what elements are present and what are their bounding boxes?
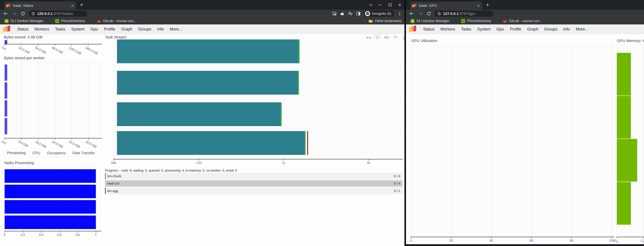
url-bar[interactable]: 120.0.0.1:8787/status — [28, 11, 87, 16]
nav-workers[interactable]: Workers — [438, 27, 458, 31]
bookmark-gitlab[interactable]: GitLab - course-con... — [97, 19, 136, 23]
nvidia-icon — [4, 19, 9, 23]
incognito-icon — [365, 11, 370, 16]
reset-tool-button[interactable] — [402, 35, 404, 41]
tab-close-icon[interactable]: × — [477, 3, 480, 8]
back-icon — [3, 11, 8, 16]
nav-more[interactable]: More... — [573, 27, 591, 31]
site-info-icon — [437, 11, 441, 16]
picture-in-picture-icon[interactable] — [332, 11, 337, 16]
tab-occupancy[interactable]: Occupancy — [44, 149, 69, 157]
bookmark-dli-devbox[interactable]: DLI Devbox Manager — [4, 19, 44, 23]
nvidia-icon — [410, 19, 415, 23]
reading-list-icon[interactable] — [348, 11, 353, 16]
tasks-processing-chart[interactable]: 00.20.40.60.81 — [4, 167, 100, 231]
tab-cpu[interactable]: CPU — [29, 149, 44, 157]
gridline — [22, 61, 22, 138]
axis-tick — [38, 44, 38, 46]
axis-tick — [451, 237, 452, 239]
nav-tasks[interactable]: Tasks — [458, 27, 474, 31]
nav-system[interactable]: System — [474, 27, 494, 31]
axis-tick — [114, 159, 114, 161]
window-close-button[interactable]: × — [398, 2, 401, 7]
window-menu-icon[interactable] — [369, 3, 372, 6]
nav-gpu[interactable]: Gpu — [88, 27, 101, 31]
nav-graph[interactable]: Graph — [118, 27, 135, 31]
axis-tick-label: 2s — [367, 161, 370, 165]
gpu-utilization-title: GPU Utilization — [411, 39, 437, 43]
gridline — [96, 167, 96, 231]
axis-tick — [22, 44, 22, 46]
axis-tick-label: 0.4 — [39, 233, 43, 237]
gridline — [72, 61, 72, 138]
browser-menu-icon[interactable] — [398, 11, 402, 16]
status-subtabs: Processing CPU Occupancy Data Transfer — [4, 149, 102, 157]
gridline — [612, 44, 612, 237]
axis-tick-label: 32.0 GiB — [68, 140, 80, 149]
reload-button[interactable] — [20, 11, 26, 16]
axis-tick-label: 0.6 — [57, 233, 62, 237]
other-bookmarks[interactable]: Other bookmarks — [365, 19, 402, 23]
forward-button[interactable] — [12, 11, 17, 16]
axis-tick — [60, 231, 60, 233]
axis-tick-label: 0.0 — [1, 140, 7, 145]
url-bar[interactable]: 127.0.0.1:8787/gpu — [434, 11, 493, 16]
nav-groups[interactable]: Groups — [541, 27, 560, 31]
x-axis — [4, 138, 102, 138]
forward-button[interactable] — [418, 11, 423, 16]
bookmark-dli-devbox[interactable]: DLI Devbox Manager — [410, 19, 450, 23]
minimize-button[interactable] — [379, 5, 382, 5]
phonedirectory-icon — [461, 19, 465, 23]
browser-tab-status[interactable]: Dask: Status × — [4, 1, 76, 10]
maximize-button[interactable] — [389, 3, 392, 6]
bytes-per-worker-chart[interactable]: 0.08.0 GiB16.0 GiB24.0 GiB32.0 GiB40.0 G… — [4, 61, 101, 138]
back-button[interactable] — [3, 11, 8, 16]
bar — [5, 169, 96, 183]
nav-system[interactable]: System — [68, 27, 88, 31]
bookmark-phonedirectory[interactable]: PhoneDirectory — [55, 19, 85, 23]
task-stream-chart[interactable]: 59s1:011s2s — [113, 39, 402, 159]
nav-groups[interactable]: Groups — [135, 27, 154, 31]
new-tab-button[interactable]: + — [80, 2, 83, 8]
axis-tick — [369, 159, 369, 161]
side-panel-icon[interactable] — [356, 11, 361, 16]
progress-label: len-chunk — [107, 174, 121, 178]
axis-tick — [23, 231, 23, 233]
nav-tasks[interactable]: Tasks — [52, 27, 68, 31]
nav-info[interactable]: Info — [560, 27, 573, 31]
new-tab-button[interactable]: + — [486, 2, 489, 8]
window-bottom-edge — [406, 244, 644, 246]
gpu-utilization-chart[interactable]: 020406080100 — [411, 44, 613, 237]
nav-profile[interactable]: Profile — [507, 27, 524, 31]
back-button[interactable] — [409, 11, 414, 16]
bar — [5, 82, 7, 99]
bar — [5, 100, 7, 117]
bar — [617, 139, 637, 182]
browser-tab-gpu[interactable]: Dask: GPU × — [410, 1, 482, 10]
bytes-stored-chart[interactable]: 0.032.0 GiB64.0 GiB96.0 GiB128.0 GiB160.… — [4, 40, 101, 44]
task-bar-cap — [298, 39, 300, 63]
bookmark-gitlab[interactable]: GitLab - course-con... — [503, 19, 542, 23]
nav-graph[interactable]: Graph — [524, 27, 541, 31]
bookmark-phonedirectory[interactable]: PhoneDirectory — [461, 19, 491, 23]
nav-status[interactable]: Status — [14, 27, 32, 31]
progress-label: read-csv — [107, 182, 120, 185]
x-axis — [411, 237, 614, 237]
transfer-marker — [307, 131, 308, 155]
bar — [5, 40, 7, 44]
tab-processing[interactable]: Processing — [4, 149, 29, 157]
task-bar-cap — [298, 71, 299, 95]
tab-data-transfer[interactable]: Data Transfer — [69, 149, 98, 157]
nav-workers[interactable]: Workers — [32, 27, 52, 31]
nav-profile[interactable]: Profile — [101, 27, 118, 31]
gridline — [38, 40, 38, 44]
gpu-memory-chart[interactable]: 0.02.0 GiB4.0 GiB6.0 GiB8.0 GiB10.0 GiB1… — [617, 44, 644, 237]
reload-button[interactable] — [426, 11, 432, 16]
extensions-icon[interactable] — [340, 11, 345, 16]
nav-info[interactable]: Info — [154, 27, 167, 31]
nav-status[interactable]: Status — [420, 27, 438, 31]
bookmark-label: PhoneDirectory — [467, 19, 491, 23]
tab-close-icon[interactable]: × — [71, 3, 74, 8]
nav-more[interactable]: More... — [167, 27, 185, 31]
nav-gpu[interactable]: Gpu — [494, 27, 507, 31]
